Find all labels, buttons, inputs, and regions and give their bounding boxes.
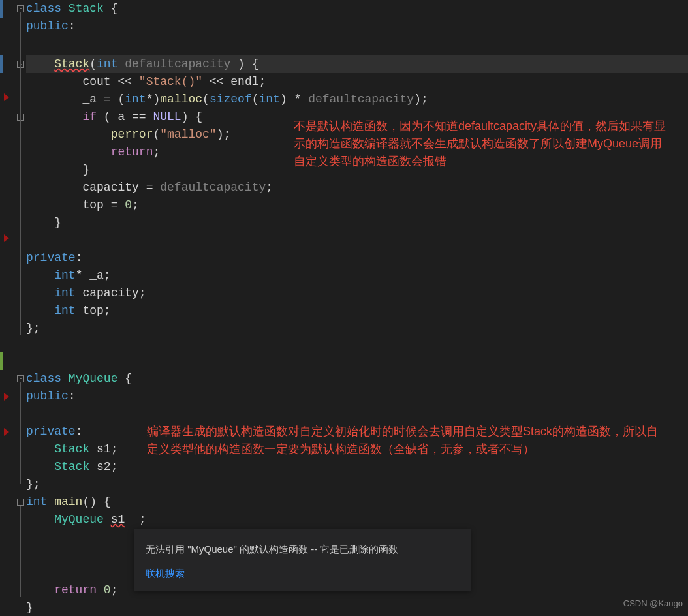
code-line[interactable]: class Stack { (26, 0, 688, 18)
fold-toggle[interactable]: - (17, 375, 24, 382)
change-bar (0, 352, 3, 370)
breakpoint-icon[interactable] (4, 393, 9, 401)
error-tooltip: 无法引用 "MyQueue" 的默认构造函数 -- 它是已删除的函数 联机搜索 (134, 529, 471, 591)
breakpoint-icon[interactable] (4, 234, 9, 242)
annotation-text: 不是默认构造函数，因为不知道defaultcapacity具体的值，然后如果有显… (294, 117, 672, 170)
breakpoint-icon[interactable] (4, 428, 9, 436)
fold-line (20, 12, 21, 335)
code-line[interactable]: Stack s2; (26, 458, 688, 476)
code-line[interactable]: } (26, 214, 688, 232)
code-line[interactable] (26, 232, 688, 249)
change-bar (0, 0, 3, 18)
breakpoint-icon[interactable] (4, 93, 9, 101)
code-line[interactable] (26, 352, 688, 370)
code-line[interactable]: } (26, 599, 688, 616)
fold-toggle[interactable]: - (17, 499, 24, 506)
gutter: - - - - - (0, 0, 26, 616)
code-line[interactable]: cout << "Stack()" << endl; (26, 73, 688, 91)
fold-line (20, 506, 21, 597)
code-line[interactable] (26, 405, 688, 423)
code-editor: - - - - - class Stack { public: Stack(in… (0, 0, 688, 616)
tooltip-search-link[interactable]: 联机搜索 (146, 564, 459, 582)
code-line[interactable]: }; (26, 320, 688, 337)
code-line[interactable]: class MyQueue { (26, 370, 688, 388)
tooltip-message: 无法引用 "MyQueue" 的默认构造函数 -- 它是已删除的函数 (146, 540, 459, 558)
code-line[interactable]: int main() { (26, 493, 688, 511)
code-line[interactable]: int top; (26, 302, 688, 320)
code-line[interactable]: private: (26, 249, 688, 267)
code-line[interactable]: public: (26, 18, 688, 35)
code-area[interactable]: class Stack { public: Stack(int defaultc… (26, 0, 688, 616)
code-line[interactable]: MyQueue s1 ; (26, 511, 688, 529)
fold-line (20, 382, 21, 484)
watermark-text: CSDN @Kaugo (623, 594, 683, 612)
code-line[interactable]: _a = (int*)malloc(sizeof(int) * defaultc… (26, 91, 688, 108)
code-line[interactable]: public: (26, 388, 688, 405)
change-bar (0, 55, 3, 73)
code-line[interactable] (26, 35, 688, 53)
annotation-text: 编译器生成的默认构造函数对自定义初始化时的时候会去调用自定义类型Stack的构造… (147, 423, 669, 458)
code-line[interactable]: int capacity; (26, 285, 688, 302)
code-line[interactable]: top = 0; (26, 196, 688, 214)
code-line[interactable]: int* _a; (26, 267, 688, 285)
code-line-active[interactable]: Stack(int defaultcapacity ) { (26, 55, 688, 73)
fold-toggle[interactable]: - (17, 5, 24, 12)
code-line[interactable]: }; (26, 476, 688, 493)
code-line[interactable]: capacity = defaultcapacity; (26, 179, 688, 196)
